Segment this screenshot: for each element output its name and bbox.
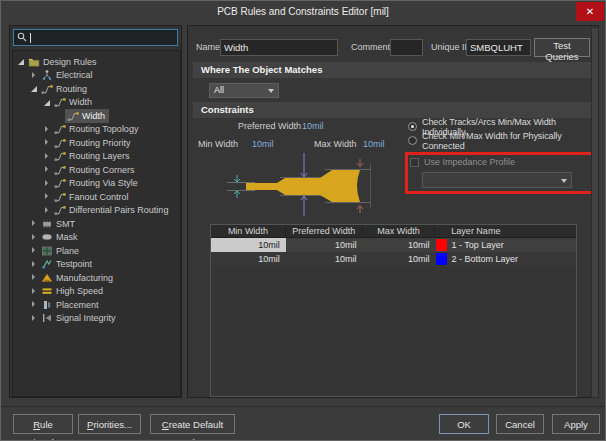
sidebar-item-routing-topology[interactable]: Routing Topology	[13, 123, 180, 137]
sidebar-item-routing[interactable]: Routing	[13, 82, 180, 96]
expander-closed-icon[interactable]	[43, 192, 52, 201]
min-width-arrows	[234, 175, 240, 198]
footer-divider	[1, 406, 606, 407]
max-width-value[interactable]: 10mil	[363, 139, 385, 150]
tree-item-label: Electrical	[56, 70, 93, 80]
comment-input[interactable]	[390, 39, 423, 56]
highspeed-icon	[41, 285, 53, 297]
tree-item-label: Signal Integrity	[56, 313, 116, 323]
sidebar-item-high-speed[interactable]: High Speed	[13, 285, 180, 299]
create-default-rules-button[interactable]: Create Default Rules	[150, 414, 235, 434]
sidebar-item-electrical[interactable]: Electrical	[13, 69, 180, 83]
test-queries-button[interactable]: Test Queries	[534, 38, 590, 57]
sidebar-item-manufacturing[interactable]: Manufacturing	[13, 271, 180, 285]
cell-max-width[interactable]: 10mil	[363, 238, 436, 252]
cell-min-width[interactable]: 10mil	[211, 238, 286, 252]
search-icon	[17, 32, 27, 44]
radio-button-icon[interactable]	[408, 136, 417, 145]
sidebar-item-signal-integrity[interactable]: Signal Integrity	[13, 312, 180, 326]
expander-closed-icon[interactable]	[43, 138, 52, 147]
column-header-max-width[interactable]: Max Width	[363, 225, 436, 238]
radio-connected-label: Check Min/Max Width for Physically Conne…	[422, 131, 598, 151]
preferred-width-value[interactable]: 10mil	[302, 121, 324, 132]
signalintegrity-icon	[41, 312, 53, 324]
rule-wizard-button[interactable]: Rule Wizard...	[13, 414, 73, 434]
rules-search-input[interactable]	[13, 29, 178, 46]
expander-closed-icon[interactable]	[43, 165, 52, 174]
sidebar-item-design-rules[interactable]: Design Rules	[13, 55, 180, 69]
expander-closed-icon[interactable]	[43, 125, 52, 134]
layer-name-label: 1 - Top Layer	[451, 238, 503, 252]
table-row[interactable]: 10mil10mil10mil2 - Bottom Layer	[211, 252, 576, 266]
expander-closed-icon[interactable]	[30, 314, 39, 323]
sidebar-item-routing-corners[interactable]: Routing Corners	[13, 163, 180, 177]
cell-preferred-width[interactable]: 10mil	[286, 238, 363, 252]
expander-closed-icon[interactable]	[30, 219, 39, 228]
expander-closed-icon[interactable]	[30, 71, 39, 80]
cell-max-width[interactable]: 10mil	[363, 252, 436, 266]
column-header-min-width[interactable]: Min Width	[211, 225, 286, 238]
sidebar-item-width[interactable]: Width	[13, 96, 180, 110]
max-width-arrows	[357, 159, 363, 213]
sidebar-item-testpoint[interactable]: Testpoint	[13, 258, 180, 272]
cancel-button[interactable]: Cancel	[496, 414, 544, 434]
comment-label: Comment	[351, 42, 390, 53]
cell-layer-name[interactable]: 2 - Bottom Layer	[435, 252, 576, 266]
name-input[interactable]	[220, 39, 338, 56]
sidebar-item-width[interactable]: Width	[13, 109, 180, 123]
name-label: Name	[196, 42, 220, 53]
column-header-preferred-width[interactable]: Preferred Width	[286, 225, 363, 238]
scope-dropdown[interactable]: All	[209, 83, 279, 98]
expander-closed-icon[interactable]	[30, 287, 39, 296]
sidebar-item-routing-layers[interactable]: Routing Layers	[13, 150, 180, 164]
sidebar-item-routing-priority[interactable]: Routing Priority	[13, 136, 180, 150]
expander-closed-icon[interactable]	[43, 179, 52, 188]
radio-button-icon[interactable]	[408, 122, 417, 131]
expander-open-icon[interactable]	[17, 57, 26, 66]
vertical-scrollbar[interactable]	[591, 27, 599, 398]
sidebar-item-plane[interactable]: Plane	[13, 244, 180, 258]
titlebar[interactable]: PCB Rules and Constraints Editor [mil] ✕	[1, 1, 605, 22]
cell-layer-name[interactable]: 1 - Top Layer	[435, 238, 576, 252]
sidebar-item-fanout-control[interactable]: Fanout Control	[13, 190, 180, 204]
expander-open-icon[interactable]	[43, 98, 52, 107]
expander-closed-icon[interactable]	[30, 273, 39, 282]
where-section-header: Where The Object Matches	[193, 62, 593, 78]
unique-id-input[interactable]	[466, 39, 531, 56]
routing-icon	[54, 164, 66, 176]
expander-closed-icon[interactable]	[43, 206, 52, 215]
expander-closed-icon[interactable]	[30, 300, 39, 309]
tree-item-label: Routing Via Style	[69, 178, 138, 188]
min-width-value[interactable]: 10mil	[252, 139, 274, 150]
tree-item-label: Width	[69, 97, 92, 107]
cell-min-width[interactable]: 10mil	[211, 252, 286, 266]
sidebar-item-differential-pairs-routing[interactable]: Differential Pairs Routing	[13, 204, 180, 218]
pcb-rules-dialog: PCB Rules and Constraints Editor [mil] ✕…	[0, 0, 606, 441]
tree-item-label: Routing Topology	[69, 124, 138, 134]
sidebar-item-mask[interactable]: Mask	[13, 231, 180, 245]
expander-closed-icon[interactable]	[30, 260, 39, 269]
priorities-button[interactable]: Priorities...	[78, 414, 141, 434]
expander-closed-icon[interactable]	[30, 246, 39, 255]
scope-value: All	[214, 85, 224, 95]
impedance-dropdown[interactable]	[422, 172, 572, 188]
radio-check-connected[interactable]: Check Min/Max Width for Physically Conne…	[408, 135, 598, 146]
expander-closed-icon[interactable]	[43, 152, 52, 161]
apply-button[interactable]: Apply	[552, 414, 600, 434]
ok-button[interactable]: OK	[439, 414, 489, 434]
close-button[interactable]: ✕	[576, 2, 604, 21]
expander-closed-icon[interactable]	[30, 233, 39, 242]
cell-preferred-width[interactable]: 10mil	[286, 252, 363, 266]
sidebar-item-placement[interactable]: Placement	[13, 298, 180, 312]
column-header-layer-name[interactable]: Layer Name	[435, 225, 576, 238]
max-width-label: Max Width	[314, 139, 357, 150]
tree-item-label: Plane	[56, 246, 79, 256]
sidebar-item-smt[interactable]: SMT	[13, 217, 180, 231]
tree-item-label: Routing Priority	[69, 138, 131, 148]
impedance-checkbox[interactable]	[410, 158, 419, 167]
table-row[interactable]: 10mil10mil10mil1 - Top Layer	[211, 238, 576, 252]
tree-item-label: Fanout Control	[69, 192, 129, 202]
sidebar-item-routing-via-style[interactable]: Routing Via Style	[13, 177, 180, 191]
expander-open-icon[interactable]	[30, 84, 39, 93]
tree-item-label: Routing	[56, 84, 87, 94]
